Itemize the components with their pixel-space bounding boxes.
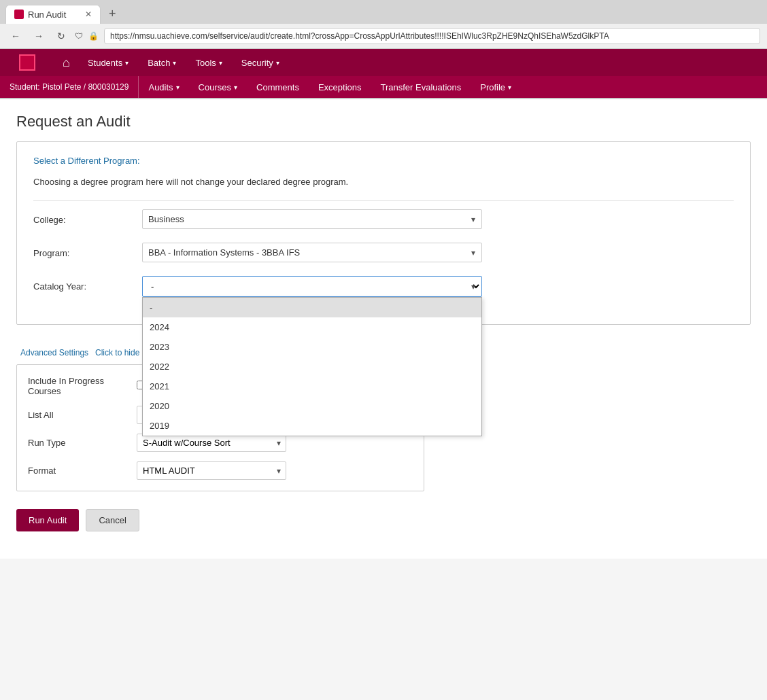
dropdown-option-2024[interactable]: 2024 [143,317,481,337]
tab-title: Run Audit [28,10,66,20]
college-label: College: [33,209,142,225]
tools-label: Tools [195,58,216,68]
exceptions-label: Exceptions [318,82,362,92]
tab-favicon [14,10,24,19]
cancel-button[interactable]: Cancel [86,509,139,531]
exceptions-menu[interactable]: Exceptions [309,76,371,98]
catalog-year-select[interactable]: - 2024 2023 2022 2021 2020 2019 [142,276,482,297]
run-type-row: Run Type S-Audit w/Course Sort [28,434,413,452]
forward-button[interactable]: → [30,29,48,43]
address-input[interactable] [104,28,760,44]
logo-icon [19,54,35,71]
program-control: BBA - Information Systems - 3BBA IFS [142,243,482,262]
run-audit-button[interactable]: Run Audit [16,509,79,531]
dropdown-option-2019[interactable]: 2019 [143,416,481,436]
run-type-select-wrapper: S-Audit w/Course Sort [137,434,286,452]
security-caret-icon: ▾ [276,59,279,67]
divider-1 [33,200,734,201]
dropdown-option-2021[interactable]: 2021 [143,377,481,396]
security-label: Security [241,58,273,68]
profile-label: Profile [480,82,505,92]
back-button[interactable]: ← [7,29,24,43]
courses-caret-icon: ▾ [234,84,237,91]
tab-bar: Run Audit ✕ + [0,0,767,24]
shield-icon: 🛡 [75,31,83,41]
batch-label: Batch [148,58,170,68]
students-menu[interactable]: Students ▾ [78,49,138,76]
comments-menu[interactable]: Comments [247,76,309,98]
browser-chrome: Run Audit ✕ + ← → ↻ 🛡 🔒 [0,0,767,49]
button-row: Run Audit Cancel [16,502,751,545]
college-select[interactable]: Business [142,209,482,229]
run-type-label: Run Type [28,438,137,448]
transfer-evaluations-label: Transfer Evaluations [380,82,461,92]
program-selection-card: Select a Different Program: Choosing a d… [16,141,751,325]
college-select-wrapper: Business [142,209,482,229]
catalog-year-label: Catalog Year: [33,276,142,292]
run-type-select[interactable]: S-Audit w/Course Sort [137,434,286,452]
logo-area [0,49,54,76]
catalog-year-control: - 2024 2023 2022 2021 2020 2019 ▾ - [142,276,482,297]
transfer-evaluations-menu[interactable]: Transfer Evaluations [371,76,471,98]
tab-close-button[interactable]: ✕ [85,10,92,19]
students-caret-icon: ▾ [125,59,129,67]
students-label: Students [88,58,122,68]
tools-caret-icon: ▾ [219,59,222,67]
batch-menu[interactable]: Batch ▾ [138,49,186,76]
run-type-control: S-Audit w/Course Sort [137,434,413,452]
audits-label: Audits [148,82,173,92]
app-navbar: ⌂ Students ▾ Batch ▾ Tools ▾ Security ▾ [0,49,767,76]
catalog-year-select-wrapper: - 2024 2023 2022 2021 2020 2019 ▾ [142,276,482,297]
courses-label: Courses [199,82,231,92]
profile-menu[interactable]: Profile ▾ [471,76,521,98]
home-button[interactable]: ⌂ [54,49,78,76]
new-tab-button[interactable]: + [103,4,122,24]
format-select-wrapper: HTML AUDIT [137,461,286,480]
format-select[interactable]: HTML AUDIT [137,461,286,480]
page-title: Request an Audit [16,113,751,130]
include-progress-label: Include In Progress Courses [28,376,137,396]
dropdown-option-2022[interactable]: 2022 [143,357,481,377]
secondary-navbar: Student: Pistol Pete / 800030129 Audits … [0,76,767,99]
refresh-button[interactable]: ↻ [53,29,69,43]
college-control: Business [142,209,482,229]
dropdown-option-2020[interactable]: 2020 [143,396,481,416]
comments-label: Comments [256,82,299,92]
format-label: Format [28,466,137,476]
catalog-year-row: Catalog Year: - 2024 2023 2022 2021 2020… [33,276,734,297]
student-info: Student: Pistol Pete / 800030129 [0,76,139,98]
format-control: HTML AUDIT [137,461,413,480]
catalog-year-dropdown-list: - 2024 2023 2022 2021 2020 2019 [142,297,482,436]
batch-caret-icon: ▾ [173,59,176,67]
dropdown-option-dash[interactable]: - [143,298,481,317]
program-label: Program: [33,243,142,258]
security-menu[interactable]: Security ▾ [232,49,289,76]
form-card-inner: Select a Different Program: Choosing a d… [17,142,750,324]
courses-menu[interactable]: Courses ▾ [189,76,247,98]
click-to-hide-link[interactable]: Click to hide [95,348,139,357]
main-content: Request an Audit Select a Different Prog… [0,99,767,559]
address-bar: ← → ↻ 🛡 🔒 [0,24,767,48]
profile-caret-icon: ▾ [508,84,511,91]
program-note: Choosing a degree program here will not … [33,177,734,187]
active-tab[interactable]: Run Audit ✕ [5,5,101,24]
format-row: Format HTML AUDIT [28,461,413,480]
lock-icon: 🔒 [88,31,99,41]
college-row: College: Business [33,209,734,229]
program-row: Program: BBA - Information Systems - 3BB… [33,243,734,262]
program-select-wrapper: BBA - Information Systems - 3BBA IFS [142,243,482,262]
program-select[interactable]: BBA - Information Systems - 3BBA IFS [142,243,482,262]
tools-menu[interactable]: Tools ▾ [186,49,231,76]
audits-menu[interactable]: Audits ▾ [139,76,188,98]
list-all-label: List All [28,410,137,420]
audits-caret-icon: ▾ [176,84,180,91]
advanced-settings-title: Advanced Settings [20,348,88,357]
select-program-link[interactable]: Select a Different Program: [33,156,140,166]
dropdown-option-2023[interactable]: 2023 [143,337,481,357]
